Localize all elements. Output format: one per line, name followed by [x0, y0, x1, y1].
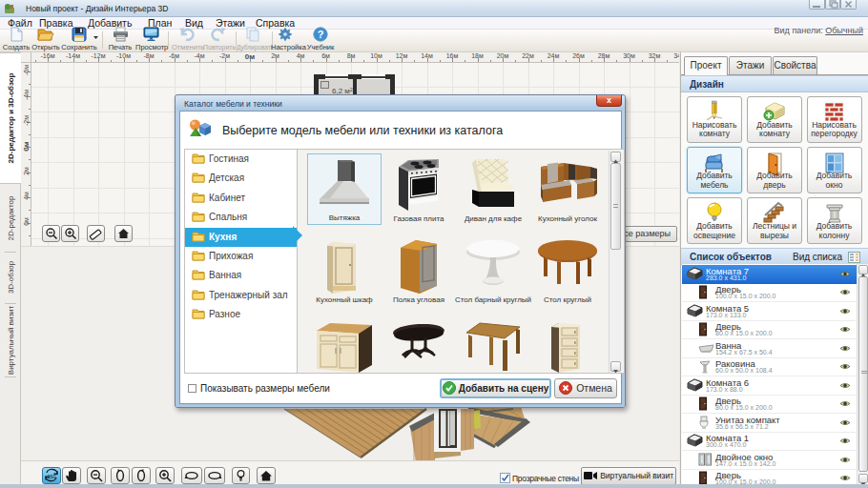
svg-text:?: ?	[318, 29, 324, 40]
svg-text:360: 360	[47, 474, 55, 479]
